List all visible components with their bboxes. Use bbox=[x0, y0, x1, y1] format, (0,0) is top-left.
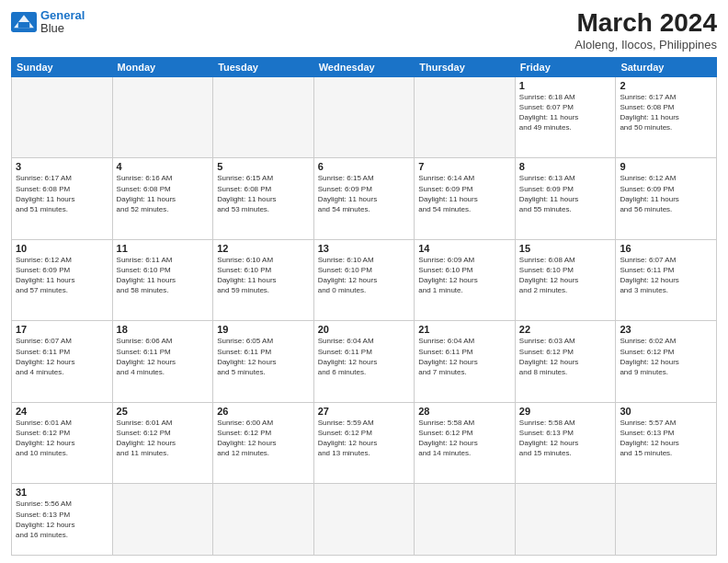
day-number: 13 bbox=[318, 243, 411, 254]
day-info: Sunrise: 5:58 AM Sunset: 6:12 PM Dayligh… bbox=[418, 418, 511, 459]
day-info: Sunrise: 6:18 AM Sunset: 6:07 PM Dayligh… bbox=[519, 92, 612, 133]
day-number: 5 bbox=[217, 161, 310, 172]
day-info: Sunrise: 6:02 AM Sunset: 6:12 PM Dayligh… bbox=[620, 336, 712, 377]
day-number: 22 bbox=[519, 324, 612, 335]
day-number: 28 bbox=[418, 406, 511, 417]
table-row bbox=[12, 76, 113, 158]
day-number: 19 bbox=[217, 324, 310, 335]
col-monday: Monday bbox=[112, 57, 213, 76]
table-row: 3Sunrise: 6:17 AM Sunset: 6:08 PM Daylig… bbox=[12, 158, 113, 240]
table-row bbox=[112, 76, 213, 158]
table-row: 14Sunrise: 6:09 AM Sunset: 6:10 PM Dayli… bbox=[415, 239, 516, 321]
day-number: 10 bbox=[16, 243, 108, 254]
day-number: 21 bbox=[418, 324, 511, 335]
day-number: 12 bbox=[217, 243, 310, 254]
table-row bbox=[112, 484, 213, 556]
day-number: 18 bbox=[117, 324, 210, 335]
day-number: 26 bbox=[217, 406, 310, 417]
day-info: Sunrise: 6:16 AM Sunset: 6:08 PM Dayligh… bbox=[117, 173, 210, 214]
day-number: 20 bbox=[318, 324, 411, 335]
day-info: Sunrise: 6:10 AM Sunset: 6:10 PM Dayligh… bbox=[217, 255, 310, 296]
table-row: 1Sunrise: 6:18 AM Sunset: 6:07 PM Daylig… bbox=[515, 76, 616, 158]
col-friday: Friday bbox=[515, 57, 616, 76]
col-saturday: Saturday bbox=[616, 57, 717, 76]
svg-rect-2 bbox=[18, 22, 29, 28]
day-info: Sunrise: 5:59 AM Sunset: 6:12 PM Dayligh… bbox=[318, 418, 411, 459]
day-number: 7 bbox=[418, 161, 511, 172]
day-number: 3 bbox=[16, 161, 108, 172]
day-number: 9 bbox=[620, 161, 712, 172]
table-row: 18Sunrise: 6:06 AM Sunset: 6:11 PM Dayli… bbox=[112, 321, 213, 403]
table-row bbox=[313, 76, 415, 158]
table-row: 19Sunrise: 6:05 AM Sunset: 6:11 PM Dayli… bbox=[213, 321, 314, 403]
day-info: Sunrise: 6:12 AM Sunset: 6:09 PM Dayligh… bbox=[16, 255, 108, 296]
day-info: Sunrise: 6:07 AM Sunset: 6:11 PM Dayligh… bbox=[620, 255, 712, 296]
table-row: 5Sunrise: 6:15 AM Sunset: 6:08 PM Daylig… bbox=[213, 158, 314, 240]
day-info: Sunrise: 5:58 AM Sunset: 6:13 PM Dayligh… bbox=[519, 418, 612, 459]
table-row: 27Sunrise: 5:59 AM Sunset: 6:12 PM Dayli… bbox=[313, 402, 415, 484]
logo-general: General bbox=[40, 8, 85, 22]
day-number: 30 bbox=[620, 406, 712, 417]
day-info: Sunrise: 6:17 AM Sunset: 6:08 PM Dayligh… bbox=[16, 173, 108, 214]
table-row: 11Sunrise: 6:11 AM Sunset: 6:10 PM Dayli… bbox=[112, 239, 213, 321]
day-number: 17 bbox=[16, 324, 108, 335]
table-row: 26Sunrise: 6:00 AM Sunset: 6:12 PM Dayli… bbox=[213, 402, 314, 484]
day-info: Sunrise: 6:08 AM Sunset: 6:10 PM Dayligh… bbox=[519, 255, 612, 296]
table-row: 2Sunrise: 6:17 AM Sunset: 6:08 PM Daylig… bbox=[616, 76, 717, 158]
location-subtitle: Aloleng, Ilocos, Philippines bbox=[574, 38, 717, 52]
col-sunday: Sunday bbox=[12, 57, 113, 76]
table-row bbox=[313, 484, 415, 556]
table-row: 23Sunrise: 6:02 AM Sunset: 6:12 PM Dayli… bbox=[616, 321, 717, 403]
table-row bbox=[213, 76, 314, 158]
table-row: 28Sunrise: 5:58 AM Sunset: 6:12 PM Dayli… bbox=[415, 402, 516, 484]
table-row bbox=[616, 484, 717, 556]
day-info: Sunrise: 6:04 AM Sunset: 6:11 PM Dayligh… bbox=[318, 336, 411, 377]
day-number: 6 bbox=[318, 161, 411, 172]
general-blue-logo-icon bbox=[11, 12, 37, 32]
day-info: Sunrise: 6:15 AM Sunset: 6:09 PM Dayligh… bbox=[318, 173, 411, 214]
table-row: 31Sunrise: 5:56 AM Sunset: 6:13 PM Dayli… bbox=[12, 484, 113, 556]
day-info: Sunrise: 6:00 AM Sunset: 6:12 PM Dayligh… bbox=[217, 418, 310, 459]
table-row: 9Sunrise: 6:12 AM Sunset: 6:09 PM Daylig… bbox=[616, 158, 717, 240]
table-row bbox=[415, 76, 516, 158]
day-number: 31 bbox=[16, 487, 108, 498]
day-number: 14 bbox=[418, 243, 511, 254]
table-row: 30Sunrise: 5:57 AM Sunset: 6:13 PM Dayli… bbox=[616, 402, 717, 484]
day-info: Sunrise: 6:01 AM Sunset: 6:12 PM Dayligh… bbox=[16, 418, 108, 459]
day-number: 4 bbox=[117, 161, 210, 172]
day-info: Sunrise: 6:17 AM Sunset: 6:08 PM Dayligh… bbox=[620, 92, 712, 133]
day-info: Sunrise: 6:05 AM Sunset: 6:11 PM Dayligh… bbox=[217, 336, 310, 377]
day-info: Sunrise: 6:15 AM Sunset: 6:08 PM Dayligh… bbox=[217, 173, 310, 214]
calendar-table: Sunday Monday Tuesday Wednesday Thursday… bbox=[11, 57, 717, 556]
day-info: Sunrise: 6:13 AM Sunset: 6:09 PM Dayligh… bbox=[519, 173, 612, 214]
calendar-header-row: Sunday Monday Tuesday Wednesday Thursday… bbox=[12, 57, 717, 76]
day-number: 16 bbox=[620, 243, 712, 254]
day-number: 23 bbox=[620, 324, 712, 335]
page: General Blue March 2024 Aloleng, Ilocos,… bbox=[0, 0, 728, 563]
day-info: Sunrise: 6:04 AM Sunset: 6:11 PM Dayligh… bbox=[418, 336, 511, 377]
table-row bbox=[415, 484, 516, 556]
table-row: 24Sunrise: 6:01 AM Sunset: 6:12 PM Dayli… bbox=[12, 402, 113, 484]
day-number: 1 bbox=[519, 80, 612, 91]
col-thursday: Thursday bbox=[415, 57, 516, 76]
table-row: 16Sunrise: 6:07 AM Sunset: 6:11 PM Dayli… bbox=[616, 239, 717, 321]
day-info: Sunrise: 6:09 AM Sunset: 6:10 PM Dayligh… bbox=[418, 255, 511, 296]
day-info: Sunrise: 6:07 AM Sunset: 6:11 PM Dayligh… bbox=[16, 336, 108, 377]
day-number: 11 bbox=[117, 243, 210, 254]
logo-blue: Blue bbox=[40, 22, 85, 35]
table-row: 21Sunrise: 6:04 AM Sunset: 6:11 PM Dayli… bbox=[415, 321, 516, 403]
month-title: March 2024 bbox=[574, 9, 717, 38]
table-row: 22Sunrise: 6:03 AM Sunset: 6:12 PM Dayli… bbox=[515, 321, 616, 403]
day-number: 15 bbox=[519, 243, 612, 254]
day-info: Sunrise: 6:14 AM Sunset: 6:09 PM Dayligh… bbox=[418, 173, 511, 214]
table-row: 15Sunrise: 6:08 AM Sunset: 6:10 PM Dayli… bbox=[515, 239, 616, 321]
day-info: Sunrise: 6:06 AM Sunset: 6:11 PM Dayligh… bbox=[117, 336, 210, 377]
table-row bbox=[213, 484, 314, 556]
day-number: 24 bbox=[16, 406, 108, 417]
table-row: 20Sunrise: 6:04 AM Sunset: 6:11 PM Dayli… bbox=[313, 321, 415, 403]
day-number: 29 bbox=[519, 406, 612, 417]
table-row: 25Sunrise: 6:01 AM Sunset: 6:12 PM Dayli… bbox=[112, 402, 213, 484]
title-block: March 2024 Aloleng, Ilocos, Philippines bbox=[574, 9, 717, 52]
table-row: 12Sunrise: 6:10 AM Sunset: 6:10 PM Dayli… bbox=[213, 239, 314, 321]
col-tuesday: Tuesday bbox=[213, 57, 314, 76]
